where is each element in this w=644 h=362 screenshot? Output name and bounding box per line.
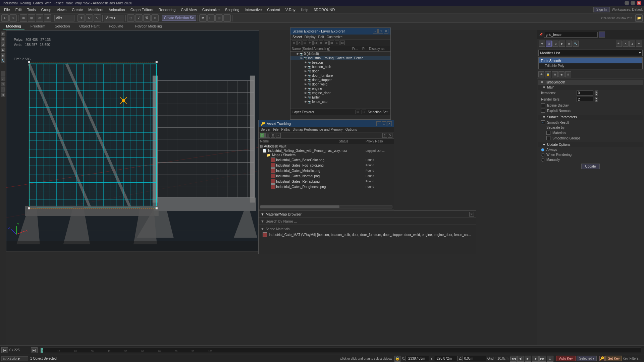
z-coord-input[interactable]: [463, 356, 486, 361]
se-tool-2[interactable]: ✕: [297, 41, 302, 45]
next-key-btn[interactable]: |▶: [532, 356, 539, 362]
manually-radio[interactable]: [541, 158, 544, 162]
mod-icon-lock[interactable]: 🔒: [545, 71, 551, 77]
motion-icon[interactable]: ▶: [1, 48, 5, 52]
menu-views[interactable]: Views: [54, 7, 69, 12]
select-by-name-button[interactable]: ⊞: [28, 14, 35, 22]
tab-selection[interactable]: Selection: [51, 23, 73, 29]
se-tool-9[interactable]: ⊟: [335, 41, 339, 45]
se-nav-customize[interactable]: Customize: [327, 35, 342, 39]
se-row-door-furniture[interactable]: 👁 📷 door_furniture: [290, 73, 390, 78]
render-iter-up-btn[interactable]: ▲: [595, 97, 598, 99]
at-menu-server[interactable]: Server: [261, 128, 270, 131]
se-tool-5[interactable]: ⊡: [313, 41, 318, 45]
utilities-panel-icon[interactable]: 🔧: [573, 41, 579, 47]
at-tool-3[interactable]: ⊞: [271, 133, 275, 138]
modifier-list-dropdown[interactable]: Modifier List ▾: [538, 50, 643, 56]
element-icon[interactable]: ⊞: [1, 93, 5, 97]
path-button[interactable]: 📁: [635, 14, 643, 22]
set-key-button[interactable]: Set Key: [605, 356, 622, 361]
frame-mode-btn[interactable]: ⊡: [547, 356, 553, 362]
update-options-header[interactable]: ▼ Update Options: [538, 142, 643, 147]
at-menu-options[interactable]: Options: [345, 128, 357, 131]
modify-panel-icon[interactable]: ⊞: [546, 41, 552, 47]
minimize-button[interactable]: −: [625, 1, 629, 5]
se-row-gates[interactable]: 👁 📷 Industrial_Rolling_Gates_with_Fence: [290, 56, 390, 60]
tab-object-paint[interactable]: Object Paint: [76, 23, 103, 29]
at-row-metallic[interactable]: Industrial_Gates_Metallic.png Found: [259, 168, 394, 173]
edge-icon[interactable]: /: [1, 76, 5, 81]
mb-scene-materials-section[interactable]: ▼ Scene Materials: [261, 226, 474, 232]
key-filters-btn[interactable]: Key Filters...: [623, 357, 641, 360]
rotate-button[interactable]: ↻: [86, 14, 93, 22]
maxscript-input[interactable]: MAXScript ▶: [1, 356, 28, 361]
se-tool-10[interactable]: ⊠: [340, 41, 345, 45]
at-row-normal[interactable]: Industrial_Gates_Normal.png Found: [259, 173, 394, 179]
at-row-vault[interactable]: ⊡ Autodesk Vault: [259, 144, 394, 148]
se-nav-select[interactable]: Select: [292, 35, 302, 39]
at-tool-1[interactable]: ⊡: [260, 133, 265, 138]
se-row-enter[interactable]: 👁 📷 Enter: [290, 95, 390, 100]
at-row-roughness[interactable]: Industrial_Gates_Roughness.png Found: [259, 184, 394, 189]
at-tool-refresh[interactable]: ⟳: [388, 133, 392, 138]
menu-rendering[interactable]: Rendering: [156, 7, 178, 12]
menu-group[interactable]: Group: [38, 7, 54, 12]
iter-down-btn[interactable]: ▼: [595, 93, 598, 96]
mod-move-down[interactable]: ▼: [636, 41, 642, 47]
tab-populate[interactable]: Populate: [105, 23, 126, 29]
se-minimize-btn[interactable]: −: [373, 29, 378, 34]
menu-3dground[interactable]: 3DGROUND: [311, 7, 337, 12]
prev-key-btn[interactable]: ◀|: [517, 356, 524, 362]
main-subsection[interactable]: ▼ Main: [538, 85, 643, 90]
surface-params-header[interactable]: ▼ Surface Parameters: [538, 115, 643, 120]
isoline-checkbox[interactable]: [541, 103, 545, 107]
menu-modifiers[interactable]: Modifiers: [86, 7, 106, 12]
menu-tools[interactable]: Tools: [24, 7, 39, 12]
always-radio[interactable]: [541, 148, 544, 152]
create-icon[interactable]: ✚: [1, 32, 5, 36]
tab-modeling[interactable]: Modeling: [3, 23, 24, 29]
menu-graph-editors[interactable]: Graph Editors: [128, 7, 156, 12]
at-row-basecolor[interactable]: Industrial_Gates_BaseColor.png Found: [259, 157, 394, 163]
skip-end-btn[interactable]: ▶▶|: [539, 356, 546, 362]
se-tool-6[interactable]: ≡: [319, 41, 323, 45]
mod-icon-wire[interactable]: ⊞: [552, 71, 558, 77]
at-tool-4[interactable]: ≡: [276, 133, 281, 138]
mb-close-btn[interactable]: ✕: [469, 212, 474, 217]
at-menu-bitmap[interactable]: Bitmap Performance and Memory: [292, 128, 343, 131]
iterations-input[interactable]: [577, 90, 593, 96]
object-name-input[interactable]: [544, 32, 598, 38]
modifier-turbosmooth[interactable]: TurboSmooth: [539, 58, 642, 63]
render-iters-input[interactable]: [577, 97, 593, 102]
skip-start-btn[interactable]: |◀◀: [510, 356, 517, 362]
when-rendering-radio[interactable]: [541, 153, 544, 157]
window-crossing-button[interactable]: ⧉: [44, 14, 51, 22]
mod-delete[interactable]: ✕: [623, 41, 629, 47]
mod-icon-show[interactable]: 👁: [538, 71, 544, 77]
se-tool-1[interactable]: ⊕: [292, 41, 297, 45]
se-row-engine[interactable]: 👁 📷 engine: [290, 86, 390, 91]
quick-align-button[interactable]: ⊣: [223, 14, 231, 22]
at-tool-2[interactable]: ☰: [265, 133, 270, 138]
vertex-icon[interactable]: ·: [1, 71, 5, 76]
se-row-fence-cap[interactable]: 👁 📷 fence_cap: [290, 100, 390, 104]
align-button[interactable]: ⊢: [207, 14, 215, 22]
prev-frame-btn[interactable]: |◀: [1, 347, 8, 353]
at-horizontal-scrollbar[interactable]: [260, 205, 392, 208]
angle-snap[interactable]: ∠: [135, 14, 143, 22]
se-close-btn[interactable]: ✕: [384, 29, 388, 34]
se-row-door-weld[interactable]: 👁 📷 door_weld: [290, 82, 390, 86]
polygon-icon[interactable]: ⬛: [1, 87, 5, 92]
menu-animation[interactable]: Animation: [106, 7, 128, 12]
menu-vray[interactable]: V-Ray: [283, 7, 298, 12]
materials-checkbox[interactable]: [546, 131, 550, 135]
menu-content[interactable]: Content: [264, 7, 283, 12]
at-close-btn[interactable]: ✕: [387, 121, 392, 126]
selected-dropdown[interactable]: Selected ▾: [577, 356, 597, 361]
snap-toggle[interactable]: ⊡: [127, 14, 135, 22]
create-selection-set-button[interactable]: Create Selection Se: [162, 15, 196, 21]
scale-button[interactable]: ⤡: [94, 14, 101, 22]
array-button[interactable]: ⊞: [215, 14, 223, 22]
mod-icon-result[interactable]: ◉: [558, 71, 565, 77]
se-row-door[interactable]: 👁 📷 door: [290, 69, 390, 73]
